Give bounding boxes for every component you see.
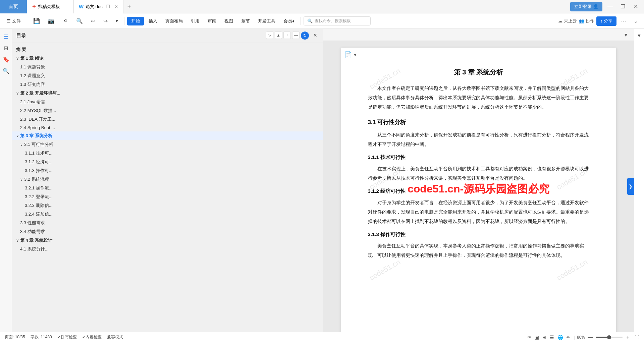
view-mode-single[interactable]: ▣ bbox=[535, 335, 539, 340]
doc-dropdown[interactable]: ▼ bbox=[353, 52, 358, 57]
close-button[interactable]: ✕ bbox=[631, 2, 641, 12]
filter-icon-button[interactable]: ▼ bbox=[621, 30, 631, 40]
toc-collapse-all[interactable]: ▲ bbox=[275, 32, 282, 39]
toc-item-ch2[interactable]: ∨ 第 2 章 开发环境与... bbox=[12, 89, 323, 98]
tab-add-button[interactable]: + bbox=[123, 0, 135, 13]
undo-button[interactable]: ↩ bbox=[88, 16, 99, 25]
toc-item-ch3[interactable]: ∨ 第 3 章 系统分析 bbox=[12, 131, 323, 140]
search-box[interactable]: 🔍 查找命令、搜索模板 bbox=[304, 16, 371, 25]
zoom-percent: 80% bbox=[577, 335, 585, 340]
toc-item-3-2-1[interactable]: 3.2.1 操作流... bbox=[12, 184, 323, 192]
view-mode-web[interactable]: 🌐 bbox=[557, 335, 563, 340]
start-tab[interactable]: 开始 bbox=[127, 17, 144, 25]
chapter-tab[interactable]: 章节 bbox=[238, 17, 253, 25]
content-check-status[interactable]: ✔内容检查 bbox=[82, 334, 102, 340]
intro-paragraph: 本文作者在确定了研究的课题之后，从各大数字图书馆下载文献来阅读，并了解同类型的网… bbox=[368, 83, 589, 112]
tab-doc-close[interactable]: ✕ bbox=[115, 4, 118, 9]
bookmarks-icon-button[interactable]: 🔖 bbox=[1, 54, 11, 64]
print-button[interactable]: 🖨 bbox=[59, 17, 71, 25]
chevron-down-icon[interactable]: ⌄ bbox=[631, 16, 641, 26]
comment-icon-button[interactable]: ▼ bbox=[635, 32, 643, 40]
content-area: ▼ 📄 ▼ code51.cn code51.cn code51.cn code… bbox=[323, 29, 634, 332]
toc-header: 目录 ▽ ▲ + — ↻ ✕ bbox=[12, 29, 323, 43]
pages-icon-button[interactable]: ⊞ bbox=[1, 43, 11, 53]
toc-item-3-2-2[interactable]: 3.2.2 登录流... bbox=[12, 192, 323, 201]
toc-add[interactable]: + bbox=[283, 32, 291, 39]
view-tab[interactable]: 视图 bbox=[221, 17, 236, 25]
toc-item-abstract[interactable]: 摘 要 bbox=[12, 45, 323, 54]
redo-button[interactable]: ↪ bbox=[100, 16, 111, 25]
toc-item-1-3[interactable]: 1.3 研究内容 bbox=[12, 80, 323, 89]
toc-item-2-1[interactable]: 2.1 Java语言 bbox=[12, 98, 323, 106]
tab-doc[interactable]: W 论文.doc ❐ ✕ bbox=[74, 0, 123, 13]
zoom-slider[interactable] bbox=[596, 337, 623, 338]
toc-item-3-3[interactable]: 3.3 性能需求 bbox=[12, 219, 323, 227]
cloud-button[interactable]: ☁ 未上云 bbox=[558, 18, 577, 24]
login-button[interactable]: 立即登录 👤 bbox=[570, 2, 602, 11]
view-mode-multi[interactable]: ⊞ bbox=[542, 335, 546, 340]
view-mode-outline[interactable]: ☰ bbox=[550, 335, 554, 340]
more-options-button[interactable]: ⋯ bbox=[619, 16, 629, 26]
menu-button[interactable]: ☰ 文件 bbox=[3, 17, 24, 25]
toc-icon-button[interactable]: ☰ bbox=[1, 32, 11, 42]
toc-expand-all[interactable]: ▽ bbox=[266, 32, 273, 39]
toc-remove[interactable]: — bbox=[292, 32, 300, 39]
layout-tab[interactable]: 页面布局 bbox=[162, 17, 186, 25]
expand-btn[interactable]: ▾ bbox=[112, 17, 121, 25]
search-left-icon-button[interactable]: 🔍 bbox=[1, 66, 11, 76]
toc-item-3-4[interactable]: 3.4 功能需求 bbox=[12, 227, 323, 236]
review-tab[interactable]: 审阅 bbox=[204, 17, 220, 25]
toc-item-3-2-4[interactable]: 3.2.4 添加信... bbox=[12, 210, 323, 219]
annotate-button[interactable]: ✏ bbox=[567, 335, 571, 340]
screenshot-button[interactable]: 📷 bbox=[45, 16, 58, 25]
toc-item-2-2[interactable]: 2.2 MYSQL 数据... bbox=[12, 106, 323, 115]
toc-close[interactable]: ✕ bbox=[312, 32, 319, 39]
member-tab[interactable]: 会员♦ bbox=[280, 17, 298, 25]
minimize-button[interactable]: — bbox=[605, 2, 615, 12]
toc-item-4-1[interactable]: 4.1 系统分计... bbox=[12, 245, 323, 253]
fullscreen-button[interactable]: ⛶ bbox=[635, 335, 639, 340]
toc-item-1-1[interactable]: 1.1 课题背景 bbox=[12, 63, 323, 71]
spell-check-status[interactable]: ✔拼写检查 bbox=[57, 334, 77, 340]
tab-doc-restore[interactable]: ❐ bbox=[106, 4, 110, 9]
toc-item-ch4[interactable]: ∨ 第 4 章 系统设计 bbox=[12, 236, 323, 245]
tab-templates-label: 找稿壳模板 bbox=[38, 4, 60, 10]
subsection1-title: 3.1.1 技术可行性 bbox=[368, 154, 589, 161]
doc-icon-area: 📄 ▼ bbox=[344, 51, 358, 58]
main-toolbar: ☰ 文件 💾 📷 🖨 🔍 ↩ ↪ ▾ 开始 插入 页面布局 引用 审阅 视图 章… bbox=[0, 13, 644, 29]
subsection3-title: 3.1.3 操作可行性 bbox=[368, 231, 589, 238]
toc-item-2-4[interactable]: 2.4 Spring Boot ... bbox=[12, 124, 323, 131]
devtools-tab[interactable]: 开发工具 bbox=[255, 17, 279, 25]
tab-home[interactable]: 首页 bbox=[0, 0, 27, 13]
zoom-out-button[interactable]: — bbox=[587, 334, 594, 341]
toc-item-1-2[interactable]: 1.2 课题意义 bbox=[12, 71, 323, 80]
toc-item-3-1-2[interactable]: 3.1.2 经济可... bbox=[12, 158, 323, 166]
toc-item-3-2[interactable]: ∨ 3.2 系统流程 bbox=[12, 175, 323, 184]
right-sidebar: ▼ bbox=[634, 29, 644, 332]
doc-page-container[interactable]: 📄 ▼ code51.cn code51.cn code51.cn code51… bbox=[323, 41, 634, 332]
share-button[interactable]: ↑ 分享 bbox=[596, 16, 616, 26]
restore-button[interactable]: ❐ bbox=[618, 2, 628, 12]
insert-tab[interactable]: 插入 bbox=[145, 17, 161, 25]
doc-tab-icon: W bbox=[79, 4, 84, 9]
zoom-in-button[interactable]: + bbox=[625, 334, 631, 341]
section1-title: 3.1 可行性分析 bbox=[368, 118, 589, 126]
subsection2-para: 对于身为学生的开发者而言，在经济资源上面可用者很少，为了开发美食烹饪互动平台，通… bbox=[368, 198, 589, 226]
toc-item-3-1-3[interactable]: 3.1.3 操作可... bbox=[12, 166, 323, 175]
print-icon: 🖨 bbox=[63, 18, 68, 24]
tab-templates[interactable]: ✦ 找稿壳模板 bbox=[27, 0, 74, 13]
toc-controls: ▽ ▲ + — ↻ ✕ bbox=[266, 32, 319, 40]
preview-button[interactable]: 🔍 bbox=[73, 16, 86, 25]
toolbar-sep-1 bbox=[27, 17, 27, 25]
toc-item-3-2-3[interactable]: 3.2.3 删除信... bbox=[12, 201, 323, 210]
toc-item-3-1-1[interactable]: 3.1.1 技术可... bbox=[12, 149, 323, 158]
toc-item-2-3[interactable]: 2.3 IDEA 开发工... bbox=[12, 115, 323, 124]
collab-button[interactable]: 👥 协作 bbox=[579, 18, 594, 24]
toc-sync-button[interactable]: ↻ bbox=[301, 32, 309, 40]
toc-item-ch1[interactable]: ∨ 第 1 章 绪论 bbox=[12, 54, 323, 63]
toc-item-3-1[interactable]: ∨ 3.1 可行性分析 bbox=[12, 140, 323, 149]
quote-tab[interactable]: 引用 bbox=[187, 17, 203, 25]
save-button[interactable]: 💾 bbox=[30, 16, 43, 25]
right-panel-toggle[interactable]: ❯ bbox=[627, 178, 634, 195]
eye-view-button[interactable]: 👁 bbox=[527, 335, 531, 340]
